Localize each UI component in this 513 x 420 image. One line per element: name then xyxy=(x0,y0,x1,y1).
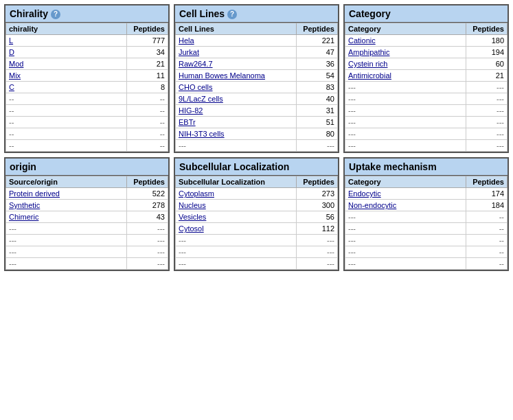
table-cell-label: D xyxy=(6,47,127,58)
table-cell-label: Cytosol xyxy=(176,223,297,235)
table-cell-value: 8 xyxy=(127,82,168,93)
table-cell-link[interactable]: Human Bowes Melanoma xyxy=(179,71,265,80)
table-cell-link[interactable]: Cystein rich xyxy=(348,60,387,68)
table-cell-link[interactable]: Cytosol xyxy=(179,224,204,233)
table-cell-value: --- xyxy=(127,235,168,246)
table-cell-label: Vesicles xyxy=(176,211,297,223)
table-cell-label: --- xyxy=(345,117,466,128)
table-cell-label: --- xyxy=(345,258,466,270)
table-cell-link[interactable]: Amphipathic xyxy=(348,48,390,56)
table-cell-link[interactable]: Antimicrobial xyxy=(348,71,391,80)
table-cell-label: Protein derived xyxy=(6,188,127,200)
table-cell-label: Cytoplasm xyxy=(176,188,297,200)
table-cell-link[interactable]: Mod xyxy=(9,60,23,68)
table-cell-value: 221 xyxy=(297,35,338,47)
table-cell-label: --- xyxy=(6,223,127,235)
help-icon[interactable]: ? xyxy=(227,10,237,19)
table-cell-link[interactable]: Non-endocytic xyxy=(348,201,396,209)
table-cell-label: -- xyxy=(6,105,127,117)
table-cell-value: --- xyxy=(297,235,338,246)
table-row: ------ xyxy=(345,117,508,128)
table-cell-link[interactable]: Synthetic xyxy=(9,201,40,209)
table-row: Antimicrobial21 xyxy=(345,70,508,82)
table-cell-value: 174 xyxy=(466,188,508,200)
table-cell-label: HIG-82 xyxy=(176,105,297,117)
table-cell-label: --- xyxy=(345,93,466,105)
panel-chirality: Chirality?chiralityPeptidesL777D34Mod21M… xyxy=(4,4,170,153)
table-cell-link[interactable]: 9L/LacZ cells xyxy=(179,95,223,103)
table-subcellular-localization: Subcellular LocalizationPeptidesCytoplas… xyxy=(175,176,338,270)
help-icon[interactable]: ? xyxy=(51,10,60,19)
table-cell-link[interactable]: L xyxy=(9,36,13,45)
table-cell-link[interactable]: NIH-3T3 cells xyxy=(179,130,225,138)
table-row: ---- xyxy=(6,140,168,152)
table-row: C8 xyxy=(6,82,168,93)
table-cell-link[interactable]: EBTr xyxy=(179,118,196,126)
table-cell-label: L xyxy=(6,35,127,47)
table-cell-label: --- xyxy=(6,246,127,258)
table-cell-label: Cystein rich xyxy=(345,58,466,70)
table-cell-link[interactable]: Protein derived xyxy=(9,189,60,198)
table-cell-label: --- xyxy=(345,82,466,93)
table-cell-link[interactable]: Nucleus xyxy=(179,201,206,209)
table-cell-value: --- xyxy=(466,93,508,105)
table-cell-value: 21 xyxy=(466,70,508,82)
table-cell-value: 194 xyxy=(466,47,508,58)
table-cell-label: Raw264.7 xyxy=(176,58,297,70)
table-row: ------ xyxy=(345,140,508,152)
table-row: ------ xyxy=(345,93,508,105)
col1-header: Cell Lines xyxy=(176,23,297,35)
table-row: Cationic180 xyxy=(345,35,508,47)
table-row: Endocytic174 xyxy=(345,188,508,200)
table-cell-label: -- xyxy=(6,93,127,105)
table-cell-link[interactable]: Cationic xyxy=(348,36,376,45)
table-cell-link[interactable]: Chimeric xyxy=(9,213,38,221)
table-row: ------ xyxy=(6,258,168,270)
col1-header: Source/origin xyxy=(6,176,127,188)
table-cell-value: --- xyxy=(297,246,338,258)
table-category: CategoryPeptidesCationic180Amphipathic19… xyxy=(345,23,508,152)
panel-title-subcellular-localization: Subcellular Localization xyxy=(175,159,338,176)
table-row: Human Bowes Melanoma54 xyxy=(176,70,338,82)
col1-header: Subcellular Localization xyxy=(176,176,297,188)
table-cell-link[interactable]: CHO cells xyxy=(179,83,213,91)
table-row: Nucleus300 xyxy=(176,200,338,211)
table-row: Cytosol112 xyxy=(176,223,338,235)
table-row: ------ xyxy=(176,246,338,258)
table-cell-link[interactable]: Mix xyxy=(9,71,21,80)
table-row: Amphipathic194 xyxy=(345,47,508,58)
col2-header: Peptides xyxy=(466,23,508,35)
table-cell-link[interactable]: HIG-82 xyxy=(179,106,203,115)
table-uptake-mechanism: CategoryPeptidesEndocytic174Non-endocyti… xyxy=(345,176,508,270)
table-cell-link[interactable]: Endocytic xyxy=(348,189,381,198)
table-cell-label: NIH-3T3 cells xyxy=(176,128,297,140)
table-row: HIG-8231 xyxy=(176,105,338,117)
table-cell-label: --- xyxy=(176,140,297,152)
table-cell-link[interactable]: Raw264.7 xyxy=(179,60,213,68)
table-chirality: chiralityPeptidesL777D34Mod21Mix11C8----… xyxy=(5,23,168,152)
table-cell-link[interactable]: Jurkat xyxy=(179,48,199,56)
table-cell-link[interactable]: Cytoplasm xyxy=(179,189,214,198)
table-cell-label: Mix xyxy=(6,70,127,82)
table-cell-lines: Cell LinesPeptidesHela221Jurkat47Raw264.… xyxy=(175,23,338,152)
table-cell-label: --- xyxy=(176,235,297,246)
table-row: ------ xyxy=(176,235,338,246)
table-cell-value: 40 xyxy=(297,93,338,105)
table-cell-link[interactable]: D xyxy=(9,48,14,56)
table-row: Cytoplasm273 xyxy=(176,188,338,200)
table-cell-link[interactable]: Vesicles xyxy=(179,213,206,221)
table-row: ---- xyxy=(6,93,168,105)
table-cell-value: --- xyxy=(466,117,508,128)
table-cell-value: -- xyxy=(127,128,168,140)
table-cell-link[interactable]: Hela xyxy=(179,36,194,45)
table-row: ------ xyxy=(6,246,168,258)
table-cell-link[interactable]: C xyxy=(9,83,14,91)
table-cell-value: --- xyxy=(466,140,508,152)
table-cell-value: --- xyxy=(127,223,168,235)
table-cell-label: Amphipathic xyxy=(345,47,466,58)
table-cell-value: 273 xyxy=(297,188,338,200)
table-cell-label: Mod xyxy=(6,58,127,70)
table-cell-label: Nucleus xyxy=(176,200,297,211)
table-cell-value: 34 xyxy=(127,47,168,58)
table-cell-value: 278 xyxy=(127,200,168,211)
